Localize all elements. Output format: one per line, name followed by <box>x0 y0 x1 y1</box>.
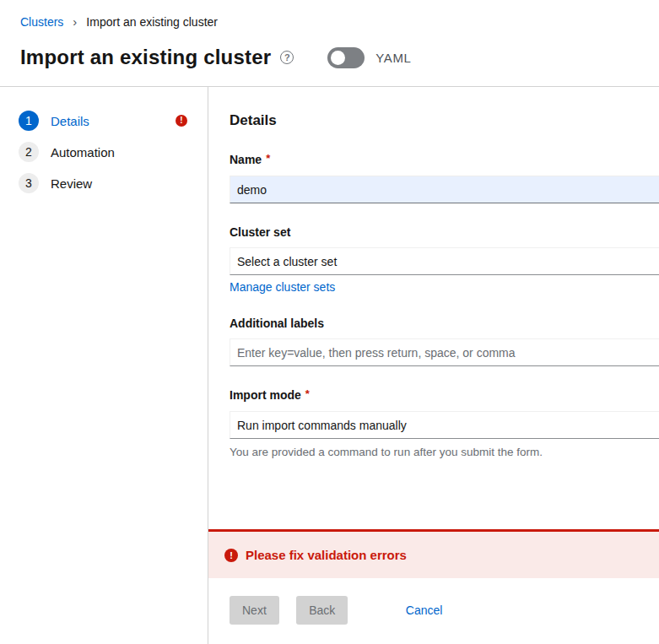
form-group-cluster-set: Cluster set Manage cluster sets <box>230 225 659 295</box>
wizard-step-automation[interactable]: 2 Automation <box>0 137 208 167</box>
chevron-right-icon: › <box>73 16 77 28</box>
title-row: Import an existing cluster ? YAML <box>20 45 639 70</box>
next-button[interactable]: Next <box>230 596 279 625</box>
step-label: Automation <box>51 145 115 160</box>
import-mode-label: Import mode* <box>230 388 310 402</box>
required-indicator: * <box>266 152 270 165</box>
page-title: Import an existing cluster <box>20 45 271 70</box>
step-number-badge: 2 <box>19 142 39 162</box>
form-group-name: Name* <box>230 152 659 203</box>
page-header: Clusters › Import an existing cluster Im… <box>0 0 659 87</box>
yaml-toggle-knob <box>331 51 345 65</box>
wizard-steps-nav: 1 Details ! 2 Automation 3 Review <box>0 87 208 644</box>
alert-title: Please fix validation errors <box>246 548 407 562</box>
cluster-set-select[interactable] <box>230 247 659 275</box>
required-indicator: * <box>305 387 310 400</box>
details-form: Details Name* Cluster set Manage cluster… <box>208 87 659 529</box>
form-group-additional-labels: Additional labels <box>230 316 659 366</box>
form-group-import-mode: Import mode* You are provided a command … <box>230 387 659 459</box>
additional-labels-label: Additional labels <box>230 317 324 330</box>
cancel-link[interactable]: Cancel <box>406 603 443 617</box>
wizard-body: 1 Details ! 2 Automation 3 Review Detail… <box>0 87 659 644</box>
step-label: Details <box>51 114 89 128</box>
wizard-footer: Next Back Cancel <box>208 578 659 644</box>
cluster-set-label: Cluster set <box>230 225 290 239</box>
name-label: Name* <box>230 153 270 166</box>
wizard-step-details[interactable]: 1 Details ! <box>0 106 208 136</box>
help-question-icon[interactable]: ? <box>280 51 294 64</box>
section-heading-details: Details <box>230 111 659 131</box>
import-mode-select[interactable] <box>230 411 659 439</box>
wizard-main: Details Name* Cluster set Manage cluster… <box>208 87 659 644</box>
manage-cluster-sets-link[interactable]: Manage cluster sets <box>230 280 335 294</box>
breadcrumb: Clusters › Import an existing cluster <box>20 15 639 29</box>
step-error-icon: ! <box>176 115 187 127</box>
validation-error-alert: ! Please fix validation errors <box>208 529 659 578</box>
breadcrumb-link-clusters[interactable]: Clusters <box>20 15 63 29</box>
step-label: Review <box>51 176 92 191</box>
yaml-toggle-label: YAML <box>375 51 411 65</box>
step-number-badge: 3 <box>19 173 39 193</box>
exclamation-circle-icon: ! <box>224 549 238 562</box>
additional-labels-input[interactable] <box>230 338 659 366</box>
name-input[interactable] <box>230 176 659 203</box>
import-mode-helper-text: You are provided a command to run after … <box>230 446 659 459</box>
yaml-toggle[interactable] <box>327 47 365 68</box>
step-number-badge: 1 <box>19 111 39 131</box>
breadcrumb-current: Import an existing cluster <box>86 15 218 29</box>
back-button[interactable]: Back <box>296 596 348 625</box>
wizard-step-review[interactable]: 3 Review <box>0 168 208 198</box>
